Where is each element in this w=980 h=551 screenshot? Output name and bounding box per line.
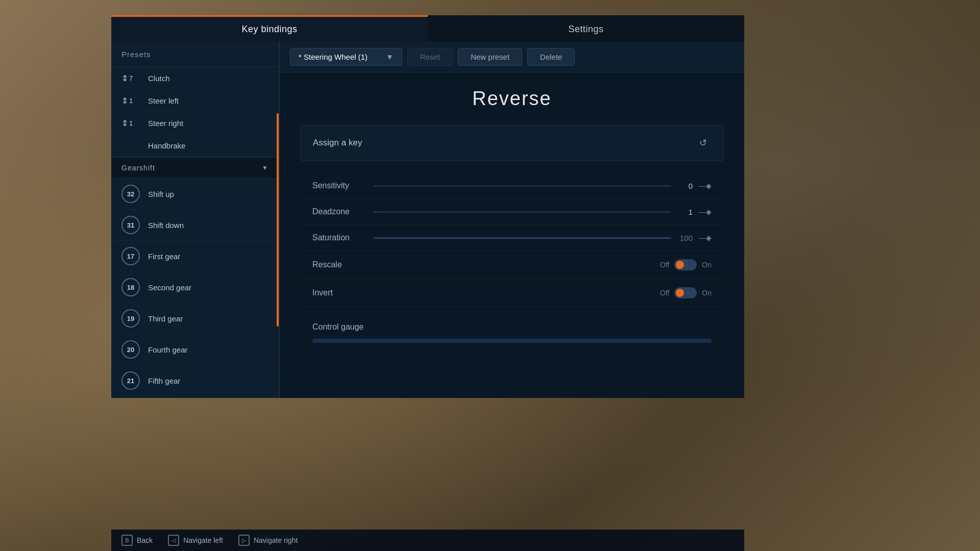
sensitivity-slider[interactable]	[374, 185, 671, 187]
sensitivity-label: Sensitivity	[312, 181, 374, 190]
scroll-indicator	[277, 42, 279, 398]
invert-toggle-group: Off On	[660, 287, 712, 298]
nav-left-label: Navigate left	[183, 536, 223, 544]
binding-list: ⇕7 Clutch ⇕1 Steer left ⇕1 Steer right	[111, 67, 279, 398]
saturation-label: Saturation	[312, 233, 374, 242]
main-panel: Presets ⇕7 Clutch ⇕1 Steer left	[111, 42, 744, 398]
rescale-toggle-group: Off On	[660, 259, 712, 270]
tab-key-bindings[interactable]: Key bindings	[111, 15, 428, 42]
binding-label-handbrake: Handbrake	[148, 141, 185, 150]
axis-icon-steer-right: ⇕1	[121, 118, 140, 128]
sidebar-item-handbrake[interactable]: ⇕ Handbrake	[111, 135, 279, 157]
invert-control: Off On	[374, 287, 712, 298]
control-gauge-label: Control gauge	[312, 322, 712, 332]
sidebar-item-steer-right[interactable]: ⇕1 Steer right	[111, 112, 279, 135]
deadzone-slider[interactable]	[374, 211, 671, 213]
key-badge-fifth-gear: 21	[121, 371, 140, 390]
sidebar-item-shift-down[interactable]: 31 Shift down	[111, 210, 279, 241]
section-gearshift-label: Gearshift	[121, 164, 155, 172]
binding-label-second-gear: Second gear	[148, 283, 191, 292]
key-badge-third-gear: 19	[121, 309, 140, 328]
preset-name: * Steering Wheel (1)	[299, 53, 368, 61]
assign-key-box[interactable]: Assign a key ↺	[300, 125, 724, 161]
invert-spacer	[374, 292, 654, 294]
rescale-control: Off On	[374, 259, 712, 270]
axis-icon-clutch: ⇕7	[121, 73, 140, 83]
tab-bar: Key bindings Settings	[111, 15, 744, 42]
sidebar-item-shift-up[interactable]: 32 Shift up	[111, 179, 279, 210]
scroll-thumb	[277, 113, 279, 327]
rescale-off-label: Off	[660, 261, 669, 269]
saturation-adjust-icon: —◆	[699, 234, 712, 242]
toolbar: * Steering Wheel (1) ▼ Reset New preset …	[280, 42, 744, 72]
saturation-slider[interactable]	[374, 237, 671, 239]
new-preset-button[interactable]: New preset	[458, 48, 522, 66]
nav-back: B Back	[121, 535, 153, 546]
invert-off-label: Off	[660, 289, 669, 297]
invert-knob	[676, 289, 684, 297]
nav-back-key: B	[121, 535, 133, 546]
assign-key-label: Assign a key	[313, 138, 362, 148]
sidebar-item-third-gear[interactable]: 19 Third gear	[111, 303, 279, 334]
setting-invert: Invert Off On	[300, 279, 724, 307]
binding-label-fourth-gear: Fourth gear	[148, 345, 188, 354]
binding-label-steer-right: Steer right	[148, 119, 183, 128]
saturation-control: 100 —◆	[374, 234, 712, 242]
sidebar: Presets ⇕7 Clutch ⇕1 Steer left	[111, 42, 280, 398]
setting-rescale: Rescale Off On	[300, 251, 724, 279]
key-badge-shift-up: 32	[121, 185, 140, 203]
key-badge-first-gear: 17	[121, 247, 140, 265]
deadzone-value: 1	[677, 208, 693, 216]
rescale-toggle[interactable]	[674, 259, 697, 270]
dropdown-arrow-icon: ▼	[386, 53, 394, 61]
sidebar-item-clutch[interactable]: ⇕7 Clutch	[111, 67, 279, 90]
key-badge-second-gear: 18	[121, 278, 140, 296]
control-gauge-bar	[312, 339, 712, 343]
preset-selector[interactable]: * Steering Wheel (1) ▼	[290, 48, 402, 66]
sensitivity-value: 0	[677, 182, 693, 190]
rescale-label: Rescale	[312, 260, 374, 269]
page-title: Reverse	[300, 88, 724, 110]
binding-label-clutch: Clutch	[148, 74, 170, 83]
rescale-on-label: On	[702, 261, 712, 269]
saturation-fill	[374, 237, 671, 239]
sensitivity-adjust-icon: —◆	[699, 182, 712, 190]
sidebar-item-first-gear[interactable]: 17 First gear	[111, 241, 279, 272]
section-gearshift[interactable]: Gearshift ▼	[111, 157, 279, 179]
modal-container: Key bindings Settings Presets ⇕7 Clutch …	[111, 15, 744, 398]
binding-label-third-gear: Third gear	[148, 314, 183, 323]
setting-sensitivity: Sensitivity 0 —◆	[300, 173, 724, 199]
content-area: Reverse Assign a key ↺ Sensitivity 0 —	[280, 72, 744, 398]
sensitivity-control: 0 —◆	[374, 182, 712, 190]
nav-back-label: Back	[137, 536, 153, 544]
sidebar-item-second-gear[interactable]: 18 Second gear	[111, 272, 279, 303]
deadzone-control: 1 —◆	[374, 208, 712, 216]
binding-label-steer-left: Steer left	[148, 96, 179, 105]
bottom-nav: B Back ◁ Navigate left ▷ Navigate right	[111, 530, 744, 551]
nav-right-label: Navigate right	[254, 536, 298, 544]
reset-button[interactable]: Reset	[407, 48, 453, 66]
reset-key-button[interactable]: ↺	[695, 135, 711, 151]
binding-label-shift-up: Shift up	[148, 190, 174, 198]
sidebar-item-sixth-gear[interactable]: 22 Sixth gear	[111, 396, 279, 398]
tab-settings[interactable]: Settings	[428, 15, 744, 42]
sidebar-item-fourth-gear[interactable]: 20 Fourth gear	[111, 334, 279, 365]
rescale-spacer	[374, 264, 654, 266]
presets-header: Presets	[111, 42, 279, 67]
axis-icon-steer-left: ⇕1	[121, 96, 140, 106]
sidebar-item-fifth-gear[interactable]: 21 Fifth gear	[111, 365, 279, 396]
deadzone-fill	[374, 211, 377, 213]
nav-navigate-right: ▷ Navigate right	[238, 535, 298, 546]
nav-navigate-left: ◁ Navigate left	[168, 535, 223, 546]
binding-label-fifth-gear: Fifth gear	[148, 377, 180, 385]
deadzone-adjust-icon: —◆	[699, 208, 712, 216]
control-gauge-section: Control gauge	[300, 312, 724, 353]
invert-toggle[interactable]	[674, 287, 697, 298]
delete-button[interactable]: Delete	[527, 48, 575, 66]
sidebar-item-steer-left[interactable]: ⇕1 Steer left	[111, 90, 279, 112]
invert-label: Invert	[312, 288, 374, 297]
saturation-value: 100	[677, 234, 693, 242]
setting-saturation: Saturation 100 —◆	[300, 225, 724, 251]
right-panel: * Steering Wheel (1) ▼ Reset New preset …	[280, 42, 744, 398]
nav-right-key: ▷	[238, 535, 250, 546]
